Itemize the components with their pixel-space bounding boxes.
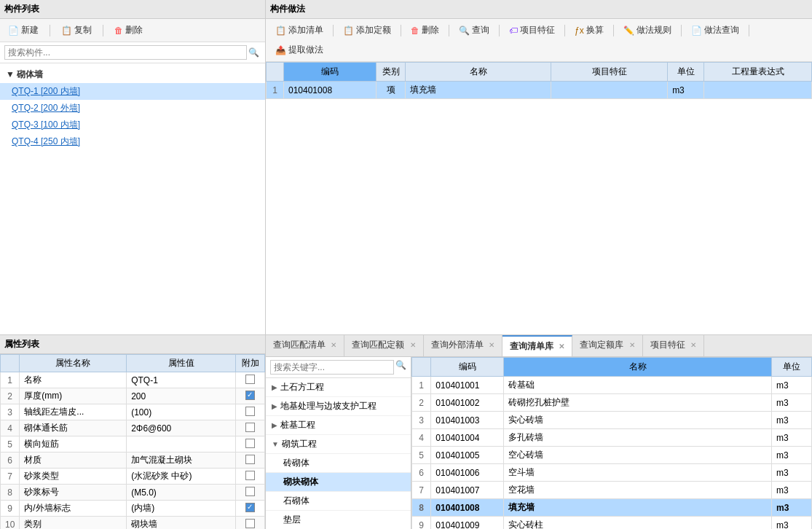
right-delete-button[interactable]: 🗑 删除 <box>406 22 444 39</box>
expand-icon-2: ▶ <box>272 421 277 429</box>
qrow-4[interactable]: 4 010401004 多孔砖墙 m3 <box>412 429 812 447</box>
right-table-area: 编码 类别 名称 项目特征 单位 工程量表达式 1 010401008 项 <box>266 62 812 334</box>
prop-row-8[interactable]: 9 内/外墙标志 (内墙) <box>1 501 265 517</box>
col-type: 类别 <box>377 63 406 82</box>
prop-addon-3 <box>245 423 255 432</box>
sep3 <box>333 25 334 36</box>
tree-item-0[interactable]: QTQ-1 [200 内墙] <box>0 83 265 100</box>
prop-row-9[interactable]: 10 类别 砌块墙 <box>1 517 265 530</box>
cat-foundation[interactable]: ▶ 地基处理与边坡支护工程 <box>266 397 411 416</box>
tab-external-list[interactable]: 查询外部清单 ✕ <box>424 335 502 356</box>
tree-item-3[interactable]: QTQ-4 [250 内墙] <box>0 133 265 150</box>
sep7 <box>564 25 565 36</box>
tab-match-list[interactable]: 查询匹配清单 ✕ <box>266 335 344 356</box>
prop-row-5[interactable]: 6 材质 加气混凝土砌块 <box>1 452 265 469</box>
prop-row-4[interactable]: 5 横向短筋 <box>1 436 265 452</box>
tab-close-5[interactable]: ✕ <box>690 341 696 349</box>
tree-group[interactable]: ▼ 砌体墙 <box>0 66 265 83</box>
search-input[interactable] <box>4 45 247 60</box>
subcat-pad[interactable]: 垫层 <box>266 511 411 529</box>
cat-masonry[interactable]: ▼ 砌筑工程 <box>266 435 411 454</box>
copy-button[interactable]: 📋 复制 <box>58 22 95 39</box>
tab-list-library[interactable]: 查询清单库 ✕ <box>502 335 572 356</box>
qcol-code: 编码 <box>431 358 504 377</box>
add-list-icon: 📋 <box>275 26 286 36</box>
query-law-button[interactable]: 📄 做法查询 <box>686 22 744 39</box>
add-list-button[interactable]: 📋 添加清单 <box>270 22 328 39</box>
left-panel-title: 构件列表 <box>0 0 265 19</box>
col-unit: 单位 <box>668 63 704 82</box>
tab-close-2[interactable]: ✕ <box>489 341 494 349</box>
props-table-container: 属性名称 属性值 附加 1 名称 QTQ-1 2 <box>0 354 265 529</box>
props-col-num <box>1 355 20 372</box>
tab-project-feature[interactable]: 项目特征 ✕ <box>643 335 704 356</box>
qrow-5[interactable]: 5 010401005 空心砖墙 m3 <box>412 447 812 464</box>
props-col-addon: 附加 <box>236 355 265 372</box>
row-name: 填充墙 <box>406 82 551 99</box>
prop-addon-8 <box>245 503 255 512</box>
qrow-6[interactable]: 6 010401006 空斗墙 m3 <box>412 464 812 482</box>
tab-close-1[interactable]: ✕ <box>410 341 416 349</box>
prop-row-2[interactable]: 3 轴线距左墙皮... (100) <box>1 404 265 420</box>
qrow-2[interactable]: 2 010401002 砖砌挖孔桩护壁 m3 <box>412 394 812 412</box>
prop-row-7[interactable]: 8 砂浆标号 (M5.0) <box>1 485 265 501</box>
cat-pile[interactable]: ▶ 桩基工程 <box>266 416 411 435</box>
new-button[interactable]: 📄 新建 <box>4 22 42 39</box>
col-expr: 工程量表达式 <box>704 63 812 82</box>
qcol-num <box>412 358 431 377</box>
extract-law-button[interactable]: 📤 提取做法 <box>270 42 328 58</box>
qrow-7[interactable]: 7 010401007 空花墙 m3 <box>412 482 812 499</box>
prop-addon-5 <box>245 455 255 464</box>
subcat-stone[interactable]: 石砌体 <box>266 492 411 511</box>
tree-item-1[interactable]: QTQ-2 [200 外墙] <box>0 100 265 117</box>
sep6 <box>499 25 500 36</box>
tab-match-quota[interactable]: 查询匹配定额 ✕ <box>344 335 423 356</box>
qrow-8[interactable]: 8 010401008 填充墙 m3 <box>412 499 812 517</box>
prop-addon-4 <box>245 439 255 448</box>
right-panel-title: 构件做法 <box>266 0 812 19</box>
make-law-icon: ✏️ <box>623 26 634 36</box>
add-quota-icon: 📋 <box>343 26 354 36</box>
qrow-1[interactable]: 1 010401001 砖基础 m3 <box>412 377 812 394</box>
tab-close-4[interactable]: ✕ <box>629 341 635 349</box>
tab-close-3[interactable]: ✕ <box>559 342 564 350</box>
calculate-button[interactable]: ƒx 换算 <box>569 22 609 39</box>
tab-quota-library[interactable]: 查询定额库 ✕ <box>572 335 642 356</box>
qrow-9[interactable]: 9 010401009 实心砖柱 m3 <box>412 517 812 530</box>
prop-row-0[interactable]: 1 名称 QTQ-1 <box>1 372 265 388</box>
prop-row-3[interactable]: 4 砌体通长筋 2Φ6@600 <box>1 420 265 436</box>
query-results-table: 编码 名称 单位 1 010401001 砖基础 m3 <box>411 357 812 529</box>
right-table-row-0[interactable]: 1 010401008 项 填充墙 m3 <box>267 82 812 99</box>
query-search-input[interactable] <box>270 360 394 375</box>
search-button[interactable]: 🔍 <box>247 46 261 59</box>
sep8 <box>613 25 614 36</box>
add-quota-button[interactable]: 📋 添加定额 <box>338 22 396 39</box>
subcat-brick[interactable]: 砖砌体 <box>266 454 411 473</box>
query-icon: 🔍 <box>459 26 470 36</box>
query-panel: 查询匹配清单 ✕ 查询匹配定额 ✕ 查询外部清单 ✕ 查询清单库 ✕ 查询定额库 <box>266 335 812 529</box>
search-bar: 🔍 <box>0 42 265 63</box>
tab-close-0[interactable]: ✕ <box>331 341 336 349</box>
qrow-3[interactable]: 3 010401003 实心砖墙 m3 <box>412 412 812 429</box>
prop-row-1[interactable]: 2 厚度(mm) 200 <box>1 388 265 404</box>
prop-row-6[interactable]: 7 砂浆类型 (水泥砂浆 中砂) <box>1 469 265 485</box>
query-button[interactable]: 🔍 查询 <box>454 22 494 39</box>
right-delete-icon: 🗑 <box>411 26 419 36</box>
qcol-name: 名称 <box>504 358 772 377</box>
sep1 <box>50 25 50 36</box>
expand-icon-3: ▼ <box>272 440 279 448</box>
make-law-button[interactable]: ✏️ 做法规则 <box>618 22 677 39</box>
project-feature-button[interactable]: 🏷 项目特征 <box>504 22 560 39</box>
sep4 <box>401 25 401 36</box>
top-section: 构件列表 📄 新建 📋 复制 🗑 删除 🔍 <box>0 0 812 335</box>
row-expr <box>704 82 812 99</box>
prop-addon-6 <box>245 471 255 480</box>
tree-item-2[interactable]: QTQ-3 [100 内墙] <box>0 117 265 133</box>
main-container: 构件列表 📄 新建 📋 复制 🗑 删除 🔍 <box>0 0 812 529</box>
subcat-block[interactable]: 砌块砌体 <box>266 473 411 492</box>
right-table: 编码 类别 名称 项目特征 单位 工程量表达式 1 010401008 项 <box>266 62 812 99</box>
project-feature-icon: 🏷 <box>509 26 518 36</box>
delete-button[interactable]: 🗑 删除 <box>111 22 146 39</box>
row-type: 项 <box>377 82 406 99</box>
cat-earthwork[interactable]: ▶ 土石方工程 <box>266 378 411 397</box>
